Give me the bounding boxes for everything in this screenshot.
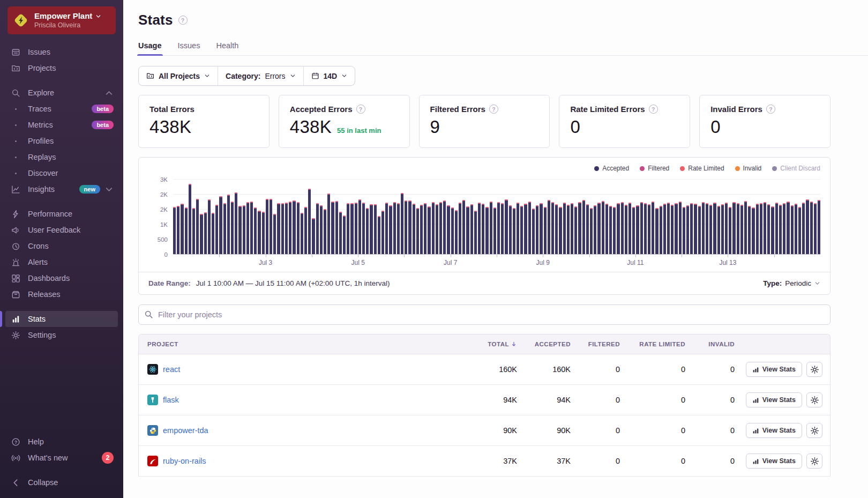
project-link[interactable]: react — [163, 365, 180, 374]
view-stats-button[interactable]: View Stats — [746, 392, 802, 407]
chart-bar — [764, 202, 766, 254]
chart-bar — [378, 216, 380, 254]
chart-bar — [281, 203, 284, 254]
project-settings-button[interactable] — [806, 454, 822, 469]
sidebar-item-issues[interactable]: Issues — [5, 44, 118, 60]
sidebar-item-profiles[interactable]: Profiles — [5, 133, 118, 149]
category-filter-dropdown[interactable]: Category: Errors — [218, 66, 303, 85]
collapse-button[interactable]: Collapse — [5, 474, 118, 490]
sidebar-item-label: Profiles — [28, 137, 114, 145]
tab-issues[interactable]: Issues — [178, 41, 200, 55]
legend-item-accepted[interactable]: Accepted — [594, 165, 629, 172]
project-settings-button[interactable] — [806, 392, 822, 407]
chart-bar — [802, 203, 805, 254]
chart-bar — [559, 207, 562, 254]
sidebar-item-insights[interactable]: Insightsnew — [5, 181, 118, 197]
help-icon[interactable]: ? — [356, 105, 365, 114]
x-axis-tick — [728, 255, 728, 257]
actions-cell: View Stats — [739, 423, 830, 438]
chevron-down-icon — [204, 73, 210, 79]
chart-bar — [497, 202, 500, 254]
x-tick-label: Jul 13 — [719, 259, 736, 266]
chart-bar — [540, 203, 542, 254]
tab-health[interactable]: Health — [216, 41, 238, 55]
view-stats-button[interactable]: View Stats — [746, 423, 802, 438]
chart-bar — [640, 202, 643, 254]
chart-bar — [663, 204, 666, 254]
project-link[interactable]: flask — [163, 396, 179, 404]
sidebar-item-settings[interactable]: Settings — [5, 327, 118, 343]
legend-item-filtered[interactable]: Filtered — [640, 165, 669, 172]
stat-card-rate-limited-errors: Rate Limited Errors?0 — [559, 95, 690, 148]
sidebar-item-help[interactable]: ?Help — [5, 434, 118, 450]
sidebar-item-dashboards[interactable]: Dashboards — [5, 270, 118, 286]
chart-bar — [698, 206, 701, 254]
project-settings-button[interactable] — [806, 362, 822, 377]
column-header-accepted[interactable]: ACCEPTED — [521, 341, 575, 347]
stat-card-title-text: Accepted Errors — [290, 105, 353, 114]
column-header-project[interactable]: PROJECT — [139, 341, 465, 347]
project-link[interactable]: ruby-on-rails — [163, 457, 206, 465]
sidebar-item-explore[interactable]: Explore — [5, 85, 118, 101]
sidebar-item-performance[interactable]: Performance — [5, 206, 118, 222]
chart-bar — [586, 204, 589, 254]
chart-bar — [439, 202, 442, 254]
tab-usage[interactable]: Usage — [138, 41, 162, 55]
column-header-rate-limited[interactable]: RATE LIMITED — [624, 341, 690, 347]
sidebar-item-releases[interactable]: Releases — [5, 286, 118, 302]
sidebar-item-alerts[interactable]: Alerts — [5, 254, 118, 270]
column-header-filtered[interactable]: FILTERED — [575, 341, 624, 347]
type-dropdown[interactable]: Type: Periodic — [763, 279, 820, 287]
sort-desc-icon — [511, 341, 517, 347]
page-help-icon[interactable]: ? — [178, 16, 188, 25]
chart-bar — [544, 207, 547, 254]
chart-bar — [548, 200, 550, 254]
date-range-dropdown[interactable]: 14D — [303, 66, 355, 85]
megaphone-icon — [10, 226, 21, 235]
sidebar-item-crons[interactable]: Crons — [5, 238, 118, 254]
project-link[interactable]: empower-tda — [163, 426, 208, 435]
sidebar-item-user-feedback[interactable]: User Feedback — [5, 222, 118, 238]
sidebar-item-traces[interactable]: Tracesbeta — [5, 101, 118, 117]
sidebar-item-replays[interactable]: Replays — [5, 149, 118, 165]
chart-bar — [238, 206, 241, 254]
org-switcher[interactable]: Empower Plant Priscila Oliveira — [8, 6, 116, 34]
chart-bar — [567, 205, 570, 254]
view-stats-button[interactable]: View Stats — [746, 362, 802, 377]
column-header-invalid[interactable]: INVALID — [690, 341, 739, 347]
bullet-icon — [10, 124, 21, 126]
sidebar-item-projects[interactable]: Projects — [5, 60, 118, 76]
help-icon[interactable]: ? — [766, 105, 775, 114]
help-icon[interactable]: ? — [649, 105, 658, 114]
chart-bar — [173, 207, 176, 254]
help-icon[interactable]: ? — [489, 105, 498, 114]
accepted-cell: 90K — [521, 426, 575, 435]
sidebar-item-metrics[interactable]: Metricsbeta — [5, 117, 118, 133]
stat-card-total-errors: Total Errors438K — [138, 95, 270, 148]
sidebar-item-what-s-new[interactable]: What's new2 — [5, 450, 118, 466]
chart-bar — [273, 214, 276, 254]
notification-count-badge: 2 — [102, 452, 114, 464]
rails-platform-icon — [147, 456, 158, 466]
chart-bar — [308, 189, 311, 254]
sidebar-item-label: Stats — [28, 315, 114, 323]
project-filter-dropdown[interactable]: All Projects — [139, 66, 218, 85]
view-stats-button[interactable]: View Stats — [746, 454, 802, 469]
flask-platform-icon — [147, 395, 158, 405]
stat-card-value-row: 0 — [570, 117, 679, 137]
sidebar-item-stats[interactable]: Stats — [5, 311, 118, 327]
svg-text:?: ? — [14, 439, 17, 444]
actions-cell: View Stats — [739, 454, 830, 469]
accepted-cell: 94K — [521, 396, 575, 404]
search-input[interactable] — [138, 304, 830, 325]
legend-item-rate-limited[interactable]: Rate Limited — [680, 165, 724, 172]
chart-bar — [779, 205, 782, 254]
table-row: react160K160K000View Stats — [139, 354, 830, 385]
legend-item-client-discard[interactable]: Client Discard — [772, 165, 820, 172]
sidebar-item-discover[interactable]: Discover — [5, 165, 118, 181]
column-header-total[interactable]: TOTAL — [465, 341, 521, 347]
chart-bar — [686, 205, 689, 254]
legend-item-invalid[interactable]: Invalid — [735, 165, 762, 172]
chart-bar — [235, 192, 237, 254]
project-settings-button[interactable] — [806, 423, 822, 438]
